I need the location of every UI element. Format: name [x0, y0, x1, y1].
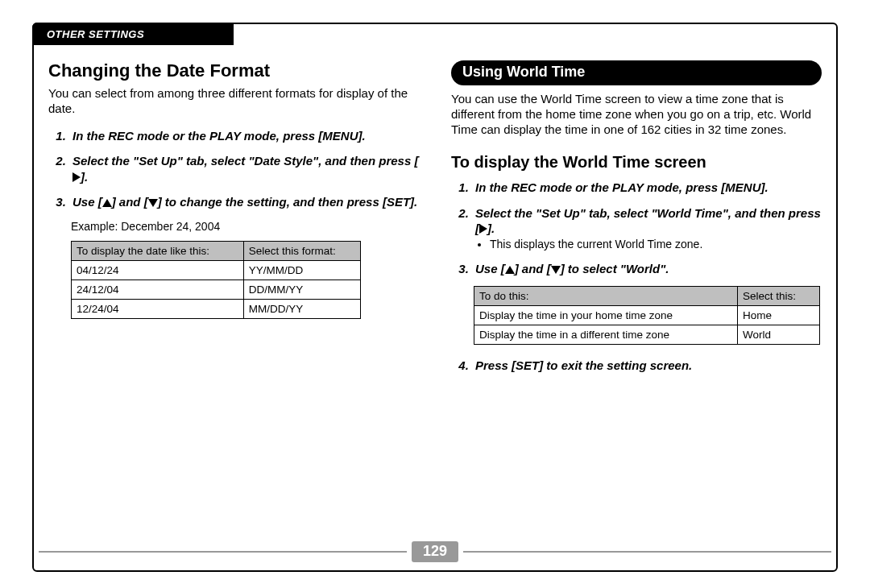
- cell-todo: Display the time in your home time zone: [474, 306, 738, 325]
- triangle-down-icon: [148, 199, 158, 207]
- left-steps-list: In the REC mode or the PLAY mode, press …: [48, 128, 419, 210]
- section-header-text: OTHER SETTINGS: [47, 28, 144, 40]
- right-steps-list: In the REC mode or the PLAY mode, press …: [451, 180, 822, 276]
- right-intro: You can use the World Time screen to vie…: [451, 92, 822, 137]
- right-steps-list-cont: Press [SET] to exit the setting screen.: [451, 358, 822, 374]
- cell-format: YY/MM/DD: [243, 260, 360, 280]
- cell-format: MM/DD/YY: [243, 299, 360, 318]
- pill-text: Using World Time: [462, 64, 585, 80]
- triangle-down-icon: [551, 266, 561, 274]
- page-number: 129: [412, 541, 458, 562]
- table-header-display: To display the date like this:: [72, 241, 244, 260]
- triangle-up-icon: [505, 266, 515, 274]
- manual-page: OTHER SETTINGS Changing the Date Format …: [32, 23, 838, 572]
- right-step-3-text-c: ] to select "World".: [561, 262, 669, 275]
- table-row: Display the time in a different time zon…: [474, 325, 820, 345]
- cell-format: DD/MM/YY: [243, 280, 360, 299]
- left-step-2: Select the "Set Up" tab, select "Date St…: [69, 153, 419, 184]
- cell-select: World: [737, 325, 819, 345]
- left-column: Changing the Date Format You can select …: [48, 60, 419, 530]
- left-step-1-text: In the REC mode or the PLAY mode, press …: [72, 129, 366, 143]
- left-example: Example: December 24, 2004: [71, 220, 419, 233]
- right-step-3: Use [] and [] to select "World".: [472, 261, 822, 277]
- left-step-1: In the REC mode or the PLAY mode, press …: [69, 128, 419, 144]
- table-row: 12/24/04 MM/DD/YY: [72, 299, 361, 318]
- footer-rule-right: [463, 551, 831, 553]
- footer-rule-left: [39, 551, 407, 553]
- table-row: 24/12/04 DD/MM/YY: [72, 280, 361, 299]
- right-step-2-text-b: ].: [487, 222, 495, 235]
- triangle-right-icon: [479, 224, 487, 234]
- right-column: Using World Time You can use the World T…: [451, 60, 822, 530]
- right-step-1: In the REC mode or the PLAY mode, press …: [472, 180, 822, 196]
- left-step-3-text-a: Use [: [72, 195, 102, 209]
- cell-todo: Display the time in a different time zon…: [474, 325, 738, 345]
- right-step-2: Select the "Set Up" tab, select "World T…: [472, 205, 822, 251]
- cell-display: 04/12/24: [72, 260, 244, 280]
- left-step-3-text-c: ] to change the setting, and then press …: [158, 195, 418, 209]
- cell-display: 12/24/04: [72, 299, 244, 318]
- right-step-1-text: In the REC mode or the PLAY mode, press …: [475, 180, 768, 194]
- left-step-2-text-b: ].: [81, 170, 88, 184]
- table-header-format: Select this format:: [243, 241, 360, 260]
- left-step-2-text-a: Select the "Set Up" tab, select "Date St…: [72, 154, 418, 168]
- two-column-layout: Changing the Date Format You can select …: [48, 60, 822, 530]
- table-row: 04/12/24 YY/MM/DD: [72, 260, 361, 280]
- page-footer: 129: [34, 541, 836, 562]
- right-subheading: To display the World Time screen: [451, 153, 822, 172]
- table-header-row: To display the date like this: Select th…: [72, 241, 361, 260]
- cell-display: 24/12/04: [72, 280, 244, 299]
- section-header-bar: OTHER SETTINGS: [32, 23, 234, 45]
- right-step-3-text-a: Use [: [475, 262, 505, 275]
- table-row: Display the time in your home time zone …: [474, 306, 820, 325]
- right-step-4: Press [SET] to exit the setting screen.: [472, 358, 822, 374]
- left-heading: Changing the Date Format: [48, 60, 419, 81]
- right-step-3-text-b: ] and [: [515, 262, 551, 275]
- table-header-row: To do this: Select this:: [474, 287, 820, 306]
- right-step-2-note: This displays the current World Time zon…: [490, 237, 822, 251]
- table-header-todo: To do this:: [474, 287, 738, 306]
- triangle-right-icon: [72, 172, 81, 182]
- table-header-select: Select this:: [737, 287, 819, 306]
- cell-select: Home: [737, 306, 819, 325]
- world-time-pill: Using World Time: [451, 60, 822, 85]
- triangle-up-icon: [102, 199, 112, 207]
- left-step-3: Use [] and [] to change the setting, and…: [69, 194, 419, 210]
- right-step-4-text: Press [SET] to exit the setting screen.: [475, 358, 692, 372]
- date-format-table: To display the date like this: Select th…: [71, 241, 361, 319]
- left-step-3-text-b: ] and [: [112, 195, 148, 209]
- world-time-table: To do this: Select this: Display the tim…: [474, 286, 820, 345]
- right-step-2-text-a: Select the "Set Up" tab, select "World T…: [475, 206, 821, 236]
- left-intro: You can select from among three differen…: [48, 86, 419, 117]
